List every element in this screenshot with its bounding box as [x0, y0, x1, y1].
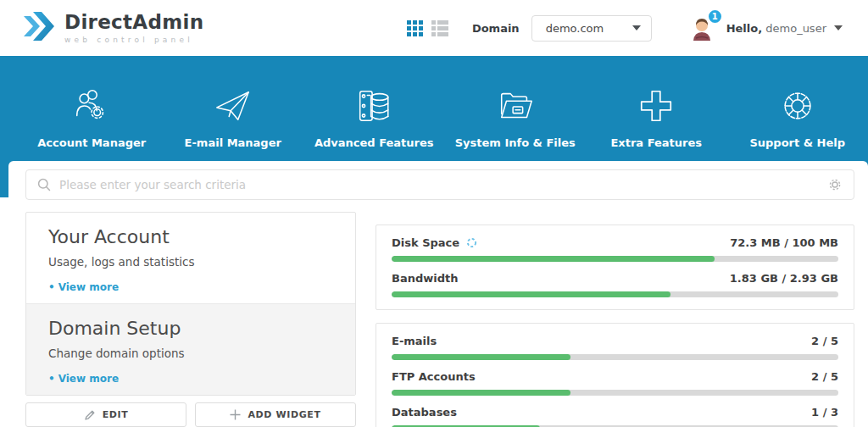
view-more-label: View more: [58, 281, 119, 293]
bandwidth-progress: [392, 291, 670, 297]
widget-subtitle: Usage, logs and statistics: [48, 255, 333, 269]
server-database-icon: [354, 86, 393, 125]
domain-label: Domain: [472, 22, 520, 35]
disk-space-row: Disk Space 72.3 MB / 100 MB: [392, 236, 838, 262]
view-more-link[interactable]: •View more: [48, 281, 333, 293]
search-bar: [25, 169, 854, 200]
main-content-panel: Your Account Usage, logs and statistics …: [8, 161, 868, 427]
add-widget-button-label: ADD WIDGET: [248, 409, 320, 420]
list-view-icon[interactable]: [431, 20, 448, 36]
domain-dropdown[interactable]: demo.com: [531, 15, 652, 42]
notification-badge[interactable]: 1: [707, 8, 723, 25]
widget-title: Your Account: [48, 226, 333, 247]
ftp-accounts-value: 2 / 5: [811, 370, 838, 383]
widget-title: Domain Setup: [48, 318, 333, 339]
logo-title: DirectAdmin: [64, 13, 203, 32]
edit-button[interactable]: EDIT: [25, 402, 186, 427]
username: demo_user: [765, 22, 826, 35]
nav-label: System Info & Files: [445, 136, 587, 149]
top-header: DirectAdmin web control panel Domain: [0, 0, 868, 56]
progress-track: [392, 256, 838, 262]
widget-domain-setup[interactable]: Domain Setup Change domain options •View…: [26, 303, 355, 395]
emails-label: E-mails: [392, 335, 437, 347]
progress-track: [392, 390, 838, 396]
search-settings-gear-icon[interactable]: [828, 178, 842, 191]
ftp-accounts-label: FTP Accounts: [392, 370, 476, 383]
search-icon: [37, 178, 51, 191]
users-gear-icon: [72, 86, 111, 125]
pencil-icon: [84, 409, 96, 421]
nav-label: Account Manager: [21, 136, 163, 149]
stat-label-wrap: Disk Space: [392, 236, 477, 249]
view-more-label: View more: [58, 373, 119, 385]
user-greeting: Hello, demo_user: [726, 22, 826, 35]
directadmin-logo[interactable]: DirectAdmin web control panel: [24, 11, 203, 45]
widget-subtitle: Change domain options: [48, 347, 333, 360]
logo-subtitle: web control panel: [64, 36, 203, 44]
chevron-down-icon: [632, 25, 641, 30]
bullet-icon: •: [48, 373, 55, 385]
databases-row: Databases 1 / 3: [392, 406, 838, 427]
user-chevron-down-icon: [834, 25, 843, 30]
bandwidth-value: 1.83 GB / 2.93 GB: [730, 272, 838, 285]
nav-label: Extra Features: [586, 136, 727, 149]
disk-space-value: 72.3 MB / 100 MB: [730, 236, 838, 249]
ftp-accounts-progress: [392, 390, 570, 396]
search-input[interactable]: [59, 178, 828, 191]
widget-your-account[interactable]: Your Account Usage, logs and statistics …: [26, 213, 355, 303]
usage-column: Disk Space 72.3 MB / 100 MB Bandwidth: [376, 225, 854, 427]
lifebuoy-icon: [778, 86, 817, 125]
storage-usage-card: Disk Space 72.3 MB / 100 MB Bandwidth: [376, 225, 854, 310]
greeting-bold: Hello,: [726, 22, 762, 35]
view-more-link[interactable]: •View more: [48, 373, 333, 385]
accounts-usage-card: E-mails 2 / 5 FTP Accounts 2 / 5: [376, 323, 854, 427]
bullet-icon: •: [48, 281, 55, 293]
bandwidth-row: Bandwidth 1.83 GB / 2.93 GB: [392, 272, 838, 297]
plus-icon: [637, 86, 676, 125]
folder-icon: [496, 86, 535, 125]
paper-plane-icon: [214, 86, 253, 125]
add-widget-button[interactable]: ADD WIDGET: [195, 402, 356, 427]
ftp-accounts-row: FTP Accounts 2 / 5: [392, 370, 838, 396]
progress-track: [392, 354, 838, 360]
disk-space-progress: [392, 256, 715, 262]
nav-label: Advanced Features: [303, 136, 445, 149]
plus-icon: [230, 409, 241, 420]
emails-value: 2 / 5: [811, 335, 838, 347]
databases-value: 1 / 3: [811, 406, 838, 419]
disk-space-label: Disk Space: [392, 236, 459, 249]
emails-progress: [392, 354, 570, 360]
user-menu[interactable]: 1 Hello, demo_user: [689, 15, 843, 41]
refresh-spinner-icon[interactable]: [466, 237, 477, 248]
bandwidth-label: Bandwidth: [392, 272, 458, 285]
databases-label: Databases: [392, 406, 457, 419]
logo-chevrons-icon: [24, 11, 56, 45]
widgets-column: Your Account Usage, logs and statistics …: [25, 212, 356, 427]
emails-row: E-mails 2 / 5: [392, 335, 838, 360]
progress-track: [392, 291, 838, 297]
edit-button-label: EDIT: [103, 409, 129, 420]
widget-card: Your Account Usage, logs and statistics …: [25, 212, 356, 396]
nav-label: E-mail Manager: [163, 136, 304, 149]
grid-view-icon[interactable]: [407, 20, 423, 36]
nav-label: Support & Help: [727, 136, 868, 149]
domain-dropdown-value: demo.com: [546, 22, 604, 35]
